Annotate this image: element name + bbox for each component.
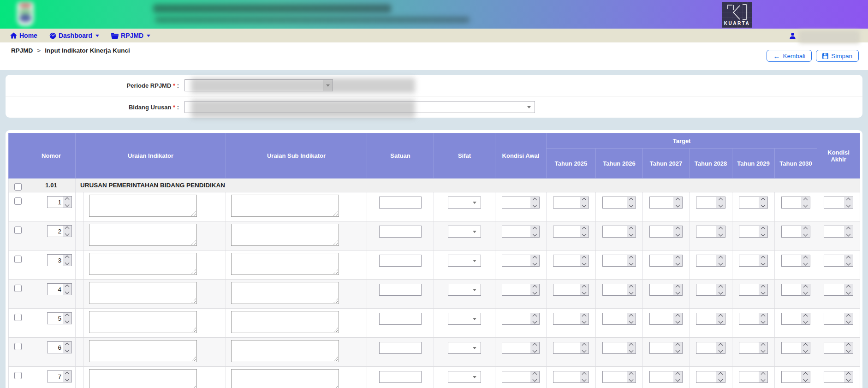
uraian-indikator-textarea[interactable] (89, 253, 197, 275)
nav-item-rpjmd[interactable]: RPJMD (111, 32, 150, 39)
spinner-buttons[interactable] (580, 197, 589, 208)
save-button[interactable]: Simpan (816, 50, 859, 62)
row-checkbox[interactable] (14, 256, 22, 263)
spinner-buttons[interactable] (627, 255, 636, 266)
spinner-buttons[interactable] (801, 342, 810, 353)
tahun-2028-input[interactable] (696, 371, 725, 383)
tahun-2029-input[interactable] (739, 226, 768, 238)
spinner-buttons[interactable] (716, 313, 725, 324)
spinner-buttons[interactable] (844, 342, 853, 353)
tahun-2028-input[interactable] (696, 342, 725, 354)
spinner-buttons[interactable] (580, 371, 589, 382)
tahun-2026-input[interactable] (602, 226, 636, 238)
spinner-buttons[interactable] (530, 284, 539, 295)
resize-grip-icon[interactable] (190, 210, 196, 216)
breadcrumb-root[interactable]: RPJMD (11, 47, 33, 54)
uraian-sub-indikator-textarea[interactable] (231, 311, 339, 333)
spinner-buttons[interactable] (627, 226, 636, 237)
satuan-input[interactable] (379, 371, 422, 383)
row-checkbox[interactable] (14, 285, 22, 292)
row-checkbox[interactable] (14, 343, 22, 350)
tahun-2025-input[interactable] (553, 284, 589, 296)
spinner-buttons[interactable] (627, 371, 636, 382)
spinner-buttons[interactable] (63, 197, 71, 208)
spinner-buttons[interactable] (530, 255, 539, 266)
tahun-2027-input[interactable] (649, 197, 683, 209)
tahun-2026-input[interactable] (602, 284, 636, 296)
kondisi-akhir-input[interactable] (824, 371, 853, 383)
tahun-2029-input[interactable] (739, 197, 768, 209)
nomor-input[interactable]: 6 (47, 341, 72, 353)
spinner-buttons[interactable] (801, 197, 810, 208)
spinner-buttons[interactable] (759, 284, 767, 295)
tahun-2029-input[interactable] (739, 255, 768, 267)
satuan-input[interactable] (379, 226, 422, 238)
nav-item-dashboard[interactable]: Dashboard (49, 32, 99, 39)
nomor-input[interactable]: 4 (47, 283, 72, 295)
uraian-indikator-textarea[interactable] (89, 369, 197, 388)
resize-grip-icon[interactable] (190, 239, 196, 245)
sifat-select[interactable] (448, 197, 481, 209)
tahun-2030-input[interactable] (781, 284, 810, 296)
spinner-buttons[interactable] (716, 284, 725, 295)
spinner-buttons[interactable] (673, 371, 682, 382)
spinner-buttons[interactable] (844, 255, 853, 266)
kondisi-awal-input[interactable] (502, 371, 540, 383)
satuan-input[interactable] (379, 197, 422, 209)
spinner-buttons[interactable] (627, 342, 636, 353)
tahun-2027-input[interactable] (649, 226, 683, 238)
spinner-buttons[interactable] (844, 226, 853, 237)
kondisi-awal-input[interactable] (502, 197, 540, 209)
sifat-select[interactable] (448, 371, 481, 383)
resize-grip-icon[interactable] (332, 326, 338, 332)
tahun-2030-input[interactable] (781, 313, 810, 325)
resize-grip-icon[interactable] (190, 384, 196, 388)
spinner-buttons[interactable] (673, 342, 682, 353)
spinner-buttons[interactable] (673, 313, 682, 324)
tahun-2029-input[interactable] (739, 371, 768, 383)
spinner-buttons[interactable] (63, 313, 71, 324)
tahun-2030-input[interactable] (781, 197, 810, 209)
resize-grip-icon[interactable] (190, 268, 196, 274)
spinner-buttons[interactable] (716, 342, 725, 353)
nav-item-home[interactable]: Home (10, 32, 37, 39)
spinner-buttons[interactable] (63, 226, 71, 237)
spinner-buttons[interactable] (759, 255, 767, 266)
spinner-buttons[interactable] (716, 197, 725, 208)
sifat-select[interactable] (448, 313, 481, 325)
tahun-2027-input[interactable] (649, 342, 683, 354)
resize-grip-icon[interactable] (332, 268, 338, 274)
uraian-indikator-textarea[interactable] (89, 282, 197, 304)
spinner-buttons[interactable] (759, 313, 767, 324)
tahun-2026-input[interactable] (602, 197, 636, 209)
spinner-buttons[interactable] (801, 226, 810, 237)
satuan-input[interactable] (379, 255, 422, 267)
spinner-buttons[interactable] (580, 342, 589, 353)
resize-grip-icon[interactable] (332, 297, 338, 303)
tahun-2027-input[interactable] (649, 284, 683, 296)
tahun-2029-input[interactable] (739, 313, 768, 325)
spinner-buttons[interactable] (627, 284, 636, 295)
kondisi-awal-input[interactable] (502, 313, 540, 325)
spinner-buttons[interactable] (759, 197, 767, 208)
tahun-2027-input[interactable] (649, 313, 683, 325)
spinner-buttons[interactable] (530, 313, 539, 324)
kondisi-awal-input[interactable] (502, 284, 540, 296)
row-checkbox[interactable] (14, 197, 22, 205)
spinner-buttons[interactable] (844, 197, 853, 208)
nomor-input[interactable]: 2 (47, 225, 72, 237)
uraian-indikator-textarea[interactable] (89, 224, 197, 246)
sifat-select[interactable] (448, 284, 481, 296)
spinner-buttons[interactable] (580, 313, 589, 324)
tahun-2027-input[interactable] (649, 255, 683, 267)
tahun-2028-input[interactable] (696, 226, 725, 238)
spinner-buttons[interactable] (580, 226, 589, 237)
spinner-buttons[interactable] (530, 371, 539, 382)
tahun-2028-input[interactable] (696, 197, 725, 209)
uraian-sub-indikator-textarea[interactable] (231, 369, 339, 388)
spinner-buttons[interactable] (530, 342, 539, 353)
kondisi-akhir-input[interactable] (824, 226, 853, 238)
uraian-sub-indikator-textarea[interactable] (231, 253, 339, 275)
satuan-input[interactable] (379, 313, 422, 325)
resize-grip-icon[interactable] (332, 355, 338, 361)
